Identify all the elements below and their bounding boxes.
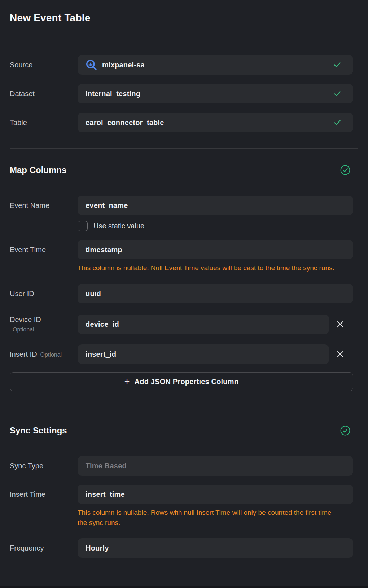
close-icon: [336, 349, 345, 359]
section-divider: [10, 409, 358, 409]
insert-time-input[interactable]: insert_time: [78, 485, 353, 504]
sync-settings-header: Sync Settings: [10, 425, 353, 436]
user-id-row: User ID uuid: [10, 284, 353, 303]
source-label: Source: [10, 61, 78, 69]
dataset-label: Dataset: [10, 90, 78, 98]
event-time-nullable-warning: This column is nullable. Null Event Time…: [78, 263, 338, 273]
insert-id-input[interactable]: insert_id: [78, 344, 329, 364]
event-name-label: Event Name: [10, 201, 78, 210]
remove-insert-id-button[interactable]: [334, 348, 347, 361]
event-name-value: event_name: [86, 201, 128, 210]
dataset-input[interactable]: internal_testing: [78, 84, 353, 103]
plus-icon: +: [124, 377, 130, 386]
frequency-row: Frequency Hourly: [10, 538, 353, 558]
source-row: Source mixpanel-sa: [10, 55, 353, 75]
section-divider: [10, 148, 358, 149]
event-name-input[interactable]: event_name: [78, 196, 353, 215]
device-id-input[interactable]: device_id: [78, 315, 329, 334]
device-id-optional-label: Optional: [13, 326, 78, 333]
frequency-label: Frequency: [10, 544, 78, 552]
valid-check-icon: [333, 61, 342, 69]
event-name-row: Event Name event_name: [10, 196, 353, 215]
bigquery-search-icon: [86, 59, 97, 71]
sync-type-input: Time Based: [78, 456, 353, 476]
dataset-row: Dataset internal_testing: [10, 84, 353, 103]
valid-check-icon: [333, 118, 342, 127]
sync-type-value: Time Based: [86, 462, 127, 470]
insert-id-label: Insert ID: [10, 350, 37, 358]
device-id-row: Device ID Optional device_id: [10, 315, 353, 334]
insert-time-nullable-warning: This column is nullable. Rows with null …: [78, 508, 338, 528]
close-icon: [336, 320, 345, 329]
insert-time-label: Insert Time: [10, 490, 78, 499]
add-json-properties-button[interactable]: + Add JSON Properties Column: [10, 372, 353, 391]
map-columns-header: Map Columns: [10, 165, 353, 175]
insert-time-value: insert_time: [86, 490, 125, 499]
page-title: New Event Table: [10, 12, 353, 24]
new-event-table-form: New Event Table Source mixpanel-sa: [0, 0, 368, 558]
sync-type-label: Sync Type: [10, 462, 78, 470]
table-label: Table: [10, 119, 78, 127]
frequency-input[interactable]: Hourly: [78, 538, 353, 558]
sync-settings-title: Sync Settings: [10, 425, 67, 436]
map-columns-title: Map Columns: [10, 165, 66, 175]
insert-time-row: Insert Time insert_time: [10, 485, 353, 504]
event-time-label: Event Time: [10, 246, 78, 254]
insert-id-row: Insert ID Optional insert_id: [10, 344, 353, 364]
table-input[interactable]: carol_connector_table: [78, 113, 353, 132]
table-value: carol_connector_table: [86, 119, 164, 127]
valid-check-icon: [333, 89, 342, 98]
frequency-value: Hourly: [86, 544, 109, 552]
event-time-input[interactable]: timestamp: [78, 240, 353, 259]
checkbox-unchecked-icon[interactable]: [78, 221, 88, 231]
section-complete-icon: [340, 426, 350, 436]
user-id-label: User ID: [10, 290, 78, 298]
use-static-value-label: Use static value: [93, 222, 144, 230]
event-time-value: timestamp: [86, 246, 122, 254]
insert-id-optional-label: Optional: [40, 352, 62, 358]
dataset-value: internal_testing: [86, 90, 140, 98]
user-id-value: uuid: [86, 290, 101, 298]
source-input[interactable]: mixpanel-sa: [78, 55, 353, 75]
event-time-row: Event Time timestamp: [10, 240, 353, 259]
footer-edge: [0, 586, 368, 588]
insert-id-value: insert_id: [86, 350, 116, 358]
user-id-input[interactable]: uuid: [78, 284, 353, 303]
device-id-label: Device ID: [10, 316, 78, 324]
source-value: mixpanel-sa: [102, 61, 145, 69]
section-complete-icon: [340, 165, 350, 175]
device-id-value: device_id: [86, 320, 119, 329]
table-row: Table carol_connector_table: [10, 113, 353, 132]
add-json-properties-label: Add JSON Properties Column: [135, 378, 239, 386]
remove-device-id-button[interactable]: [334, 318, 347, 331]
use-static-value-row[interactable]: Use static value: [78, 221, 353, 231]
sync-type-row: Sync Type Time Based: [10, 456, 353, 476]
